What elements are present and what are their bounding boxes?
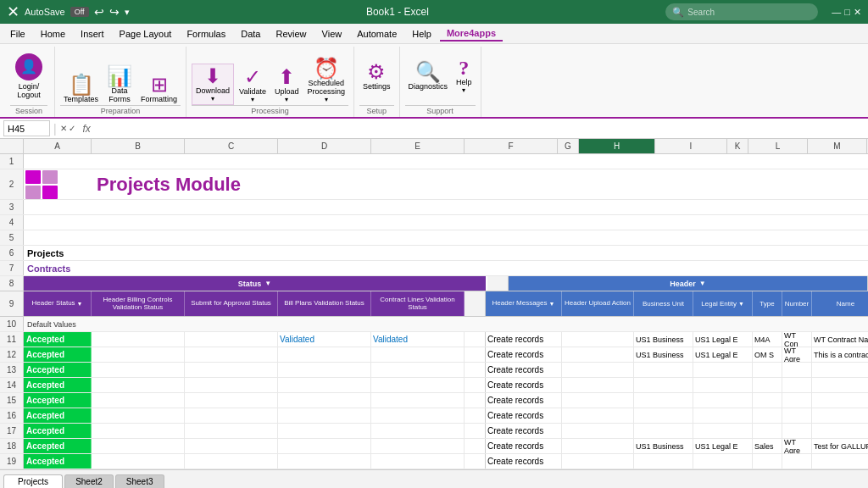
billing-cell[interactable] [92, 408, 185, 423]
business-unit-cell[interactable] [634, 408, 693, 423]
col-header-k[interactable]: K [727, 139, 748, 153]
undo-icon[interactable]: ↩ [94, 5, 104, 19]
legal-entity-cell[interactable] [693, 454, 753, 469]
contractlines-cell[interactable]: Validated [371, 332, 465, 347]
templates-button[interactable]: 📋 Templates [60, 73, 102, 105]
sheet-tab-3[interactable]: Sheet3 [115, 474, 164, 488]
name-cell[interactable] [812, 378, 868, 392]
approval-cell[interactable] [185, 347, 278, 362]
billing-cell[interactable] [92, 347, 185, 362]
status-cell[interactable]: Accepted [24, 454, 92, 469]
col-header-a[interactable]: A [24, 139, 92, 153]
billplans-cell[interactable] [278, 393, 371, 408]
menu-home[interactable]: Home [34, 27, 72, 41]
contractlines-cell[interactable] [371, 378, 465, 392]
col-header-c[interactable]: C [185, 139, 278, 153]
type-cell[interactable]: M4A [753, 332, 782, 347]
business-unit-cell[interactable] [634, 424, 693, 438]
menu-formulas[interactable]: Formulas [180, 27, 232, 41]
col-header-business-unit[interactable]: Business Unit [634, 291, 693, 316]
status-cell[interactable]: Accepted [24, 332, 92, 347]
name-cell[interactable] [812, 363, 868, 377]
formatting-button[interactable]: ⊞ Formatting [137, 73, 181, 105]
approval-cell[interactable] [185, 378, 278, 392]
business-unit-cell[interactable] [634, 454, 693, 469]
billplans-cell[interactable] [278, 363, 371, 377]
col-header-number[interactable]: Number [782, 291, 812, 316]
formula-input[interactable] [94, 124, 865, 134]
col-header-g[interactable]: G [558, 139, 579, 153]
type-cell[interactable] [753, 424, 782, 438]
approval-cell[interactable] [185, 408, 278, 423]
contractlines-cell[interactable] [371, 454, 465, 469]
menu-more4apps[interactable]: More4apps [440, 26, 503, 42]
upload-action-cell[interactable] [562, 393, 634, 408]
number-cell[interactable]: WT Agre [782, 439, 812, 453]
approval-cell[interactable] [185, 454, 278, 469]
status-cell[interactable]: Accepted [24, 393, 92, 408]
upload-button[interactable]: ⬆ Upload ▾ [271, 65, 303, 105]
business-unit-cell[interactable]: US1 Business [634, 332, 693, 347]
messages-cell[interactable]: Create records [486, 363, 562, 377]
approval-cell[interactable] [185, 393, 278, 408]
type-cell[interactable]: OM S [753, 347, 782, 362]
menu-help[interactable]: Help [405, 27, 438, 41]
col-header-type[interactable]: Type [753, 291, 782, 316]
business-unit-cell[interactable]: US1 Business [634, 439, 693, 453]
upload-action-cell[interactable] [562, 332, 634, 347]
col-header-h[interactable]: H [579, 139, 655, 153]
billplans-cell[interactable] [278, 378, 371, 392]
billing-cell[interactable] [92, 363, 185, 377]
col-header-approval[interactable]: Submit for Approval Status [185, 291, 278, 316]
col-header-b[interactable]: B [92, 139, 185, 153]
name-cell[interactable] [812, 454, 868, 469]
messages-cell[interactable]: Create records [486, 424, 562, 438]
billplans-cell[interactable] [278, 439, 371, 453]
contractlines-cell[interactable] [371, 408, 465, 423]
billing-cell[interactable] [92, 378, 185, 392]
contractlines-cell[interactable] [371, 363, 465, 377]
col-header-contractlines[interactable]: Contract Lines Validation Status [371, 291, 465, 316]
messages-cell[interactable]: Create records [486, 408, 562, 423]
contractlines-cell[interactable] [371, 347, 465, 362]
upload-action-cell[interactable] [562, 378, 634, 392]
menu-insert[interactable]: Insert [74, 27, 111, 41]
approval-cell[interactable] [185, 332, 278, 347]
billplans-cell[interactable] [278, 408, 371, 423]
col-header-legal-entity[interactable]: Legal Entity▼ [693, 291, 753, 316]
col-header-m[interactable]: M [808, 139, 867, 153]
billplans-cell[interactable] [278, 424, 371, 438]
search-box[interactable]: 🔍 Search [665, 3, 818, 20]
business-unit-cell[interactable] [634, 378, 693, 392]
legal-entity-cell[interactable] [693, 378, 753, 392]
billplans-cell[interactable] [278, 454, 371, 469]
name-cell[interactable] [812, 393, 868, 408]
messages-cell[interactable]: Create records [486, 439, 562, 453]
billing-cell[interactable] [92, 454, 185, 469]
billing-cell[interactable] [92, 439, 185, 453]
col-header-billplans[interactable]: Bill Plans Validation Status [278, 291, 371, 316]
cell-reference-input[interactable] [3, 120, 50, 136]
close-button[interactable]: ✕ [854, 7, 861, 18]
contractlines-cell[interactable] [371, 439, 465, 453]
status-cell[interactable]: Accepted [24, 347, 92, 362]
validate-button[interactable]: ✓ Validate ▾ [236, 65, 270, 105]
type-cell[interactable] [753, 378, 782, 392]
col-header-upload-action[interactable]: Header Upload Action [562, 291, 634, 316]
upload-action-cell[interactable] [562, 408, 634, 423]
menu-file[interactable]: File [3, 27, 32, 41]
status-cell[interactable]: Accepted [24, 439, 92, 453]
name-cell[interactable] [812, 424, 868, 438]
number-cell[interactable] [782, 454, 812, 469]
col-header-name[interactable]: Name [812, 291, 868, 316]
messages-cell[interactable]: Create records [486, 393, 562, 408]
col-header-d[interactable]: D [278, 139, 371, 153]
settings-button[interactable]: ⚙ Settings [359, 60, 394, 92]
status-cell[interactable]: Accepted [24, 363, 92, 377]
maximize-button[interactable]: □ [844, 7, 850, 17]
number-cell[interactable] [782, 378, 812, 392]
approval-cell[interactable] [185, 439, 278, 453]
billplans-cell[interactable]: Validated [278, 332, 371, 347]
number-cell[interactable] [782, 393, 812, 408]
number-cell[interactable] [782, 363, 812, 377]
